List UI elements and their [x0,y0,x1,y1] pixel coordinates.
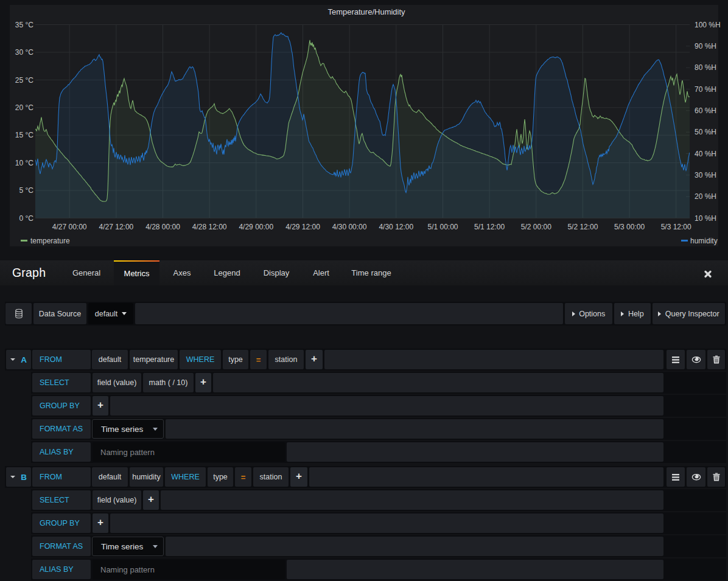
svg-text:4/27 12:00: 4/27 12:00 [99,223,134,231]
svg-text:4/29 00:00: 4/29 00:00 [239,223,273,231]
svg-text:10 °C: 10 °C [15,159,33,167]
svg-text:5/3 00:00: 5/3 00:00 [614,223,645,231]
svg-text:70 %H: 70 %H [695,85,716,94]
svg-text:4/27 00:00: 4/27 00:00 [52,223,87,231]
svg-text:5/1 12:00: 5/1 12:00 [474,223,505,231]
svg-text:35 °C: 35 °C [15,21,33,29]
svg-text:5 °C: 5 °C [19,186,34,195]
svg-text:20 %H: 20 %H [695,192,716,201]
svg-text:30 %H: 30 %H [695,171,716,179]
svg-text:5/1 00:00: 5/1 00:00 [427,223,458,231]
svg-text:20 °C: 20 °C [15,103,33,112]
svg-text:Temperature/Humidity: Temperature/Humidity [327,7,405,16]
svg-text:0 °C: 0 °C [19,214,34,223]
svg-text:40 %H: 40 %H [695,150,716,158]
svg-text:50 %H: 50 %H [695,128,716,136]
svg-text:5/2 00:00: 5/2 00:00 [521,223,551,231]
svg-text:humidity: humidity [690,237,718,245]
svg-text:temperature: temperature [30,237,70,245]
svg-text:5/3 12:00: 5/3 12:00 [661,223,691,231]
svg-text:4/30 12:00: 4/30 12:00 [379,223,413,231]
svg-text:100 %H: 100 %H [695,21,721,29]
svg-text:15 °C: 15 °C [15,131,33,139]
svg-text:10 %H: 10 %H [695,214,716,223]
svg-text:4/29 12:00: 4/29 12:00 [285,223,320,231]
svg-text:5/2 12:00: 5/2 12:00 [567,223,598,231]
svg-text:30 °C: 30 °C [15,48,33,57]
svg-text:90 %H: 90 %H [695,42,716,50]
svg-text:80 %H: 80 %H [695,63,716,72]
svg-text:4/28 12:00: 4/28 12:00 [192,223,227,231]
svg-text:25 °C: 25 °C [15,76,33,85]
svg-text:4/30 00:00: 4/30 00:00 [332,223,367,231]
svg-text:4/28 00:00: 4/28 00:00 [145,223,180,231]
svg-text:60 %H: 60 %H [695,106,716,115]
